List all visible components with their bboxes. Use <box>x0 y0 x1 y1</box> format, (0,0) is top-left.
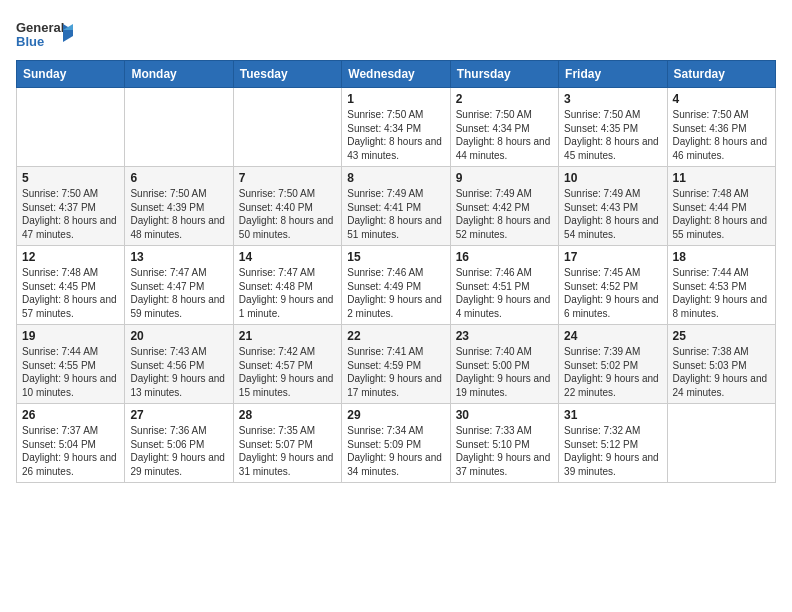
calendar-cell: 16Sunrise: 7:46 AM Sunset: 4:51 PM Dayli… <box>450 246 558 325</box>
day-info: Sunrise: 7:32 AM Sunset: 5:12 PM Dayligh… <box>564 424 661 478</box>
day-number: 5 <box>22 171 119 185</box>
day-number: 8 <box>347 171 444 185</box>
calendar-cell: 23Sunrise: 7:40 AM Sunset: 5:00 PM Dayli… <box>450 325 558 404</box>
logo-svg: General Blue <box>16 16 76 52</box>
day-number: 14 <box>239 250 336 264</box>
calendar-cell: 31Sunrise: 7:32 AM Sunset: 5:12 PM Dayli… <box>559 404 667 483</box>
day-info: Sunrise: 7:50 AM Sunset: 4:37 PM Dayligh… <box>22 187 119 241</box>
day-number: 3 <box>564 92 661 106</box>
day-number: 16 <box>456 250 553 264</box>
day-number: 26 <box>22 408 119 422</box>
day-number: 31 <box>564 408 661 422</box>
day-number: 25 <box>673 329 770 343</box>
day-number: 20 <box>130 329 227 343</box>
weekday-header-sunday: Sunday <box>17 61 125 88</box>
calendar-header-row: SundayMondayTuesdayWednesdayThursdayFrid… <box>17 61 776 88</box>
day-info: Sunrise: 7:46 AM Sunset: 4:51 PM Dayligh… <box>456 266 553 320</box>
calendar-week-row: 19Sunrise: 7:44 AM Sunset: 4:55 PM Dayli… <box>17 325 776 404</box>
weekday-header-wednesday: Wednesday <box>342 61 450 88</box>
day-info: Sunrise: 7:42 AM Sunset: 4:57 PM Dayligh… <box>239 345 336 399</box>
calendar-cell: 14Sunrise: 7:47 AM Sunset: 4:48 PM Dayli… <box>233 246 341 325</box>
calendar-cell: 11Sunrise: 7:48 AM Sunset: 4:44 PM Dayli… <box>667 167 775 246</box>
day-number: 17 <box>564 250 661 264</box>
day-info: Sunrise: 7:39 AM Sunset: 5:02 PM Dayligh… <box>564 345 661 399</box>
calendar-week-row: 26Sunrise: 7:37 AM Sunset: 5:04 PM Dayli… <box>17 404 776 483</box>
calendar-week-row: 1Sunrise: 7:50 AM Sunset: 4:34 PM Daylig… <box>17 88 776 167</box>
day-info: Sunrise: 7:49 AM Sunset: 4:41 PM Dayligh… <box>347 187 444 241</box>
calendar-cell: 21Sunrise: 7:42 AM Sunset: 4:57 PM Dayli… <box>233 325 341 404</box>
day-info: Sunrise: 7:50 AM Sunset: 4:34 PM Dayligh… <box>456 108 553 162</box>
weekday-header-saturday: Saturday <box>667 61 775 88</box>
calendar-cell: 17Sunrise: 7:45 AM Sunset: 4:52 PM Dayli… <box>559 246 667 325</box>
calendar-cell: 13Sunrise: 7:47 AM Sunset: 4:47 PM Dayli… <box>125 246 233 325</box>
day-info: Sunrise: 7:44 AM Sunset: 4:55 PM Dayligh… <box>22 345 119 399</box>
day-info: Sunrise: 7:33 AM Sunset: 5:10 PM Dayligh… <box>456 424 553 478</box>
day-info: Sunrise: 7:50 AM Sunset: 4:39 PM Dayligh… <box>130 187 227 241</box>
day-number: 21 <box>239 329 336 343</box>
day-number: 15 <box>347 250 444 264</box>
day-number: 10 <box>564 171 661 185</box>
day-info: Sunrise: 7:36 AM Sunset: 5:06 PM Dayligh… <box>130 424 227 478</box>
calendar-cell: 6Sunrise: 7:50 AM Sunset: 4:39 PM Daylig… <box>125 167 233 246</box>
calendar-cell <box>667 404 775 483</box>
svg-text:General: General <box>16 20 64 35</box>
day-number: 28 <box>239 408 336 422</box>
day-number: 13 <box>130 250 227 264</box>
day-info: Sunrise: 7:34 AM Sunset: 5:09 PM Dayligh… <box>347 424 444 478</box>
calendar-cell: 27Sunrise: 7:36 AM Sunset: 5:06 PM Dayli… <box>125 404 233 483</box>
day-info: Sunrise: 7:48 AM Sunset: 4:45 PM Dayligh… <box>22 266 119 320</box>
day-number: 18 <box>673 250 770 264</box>
day-number: 9 <box>456 171 553 185</box>
day-number: 6 <box>130 171 227 185</box>
day-info: Sunrise: 7:50 AM Sunset: 4:36 PM Dayligh… <box>673 108 770 162</box>
calendar-cell <box>17 88 125 167</box>
day-number: 2 <box>456 92 553 106</box>
calendar-week-row: 12Sunrise: 7:48 AM Sunset: 4:45 PM Dayli… <box>17 246 776 325</box>
day-number: 30 <box>456 408 553 422</box>
day-number: 23 <box>456 329 553 343</box>
calendar-cell: 4Sunrise: 7:50 AM Sunset: 4:36 PM Daylig… <box>667 88 775 167</box>
calendar-cell <box>125 88 233 167</box>
weekday-header-tuesday: Tuesday <box>233 61 341 88</box>
day-number: 11 <box>673 171 770 185</box>
calendar-cell: 15Sunrise: 7:46 AM Sunset: 4:49 PM Dayli… <box>342 246 450 325</box>
day-info: Sunrise: 7:47 AM Sunset: 4:48 PM Dayligh… <box>239 266 336 320</box>
day-number: 1 <box>347 92 444 106</box>
day-info: Sunrise: 7:50 AM Sunset: 4:35 PM Dayligh… <box>564 108 661 162</box>
calendar-cell: 19Sunrise: 7:44 AM Sunset: 4:55 PM Dayli… <box>17 325 125 404</box>
day-info: Sunrise: 7:50 AM Sunset: 4:40 PM Dayligh… <box>239 187 336 241</box>
day-info: Sunrise: 7:44 AM Sunset: 4:53 PM Dayligh… <box>673 266 770 320</box>
page-header: General Blue <box>16 16 776 52</box>
day-info: Sunrise: 7:50 AM Sunset: 4:34 PM Dayligh… <box>347 108 444 162</box>
calendar-cell: 18Sunrise: 7:44 AM Sunset: 4:53 PM Dayli… <box>667 246 775 325</box>
calendar-cell: 1Sunrise: 7:50 AM Sunset: 4:34 PM Daylig… <box>342 88 450 167</box>
calendar-cell: 3Sunrise: 7:50 AM Sunset: 4:35 PM Daylig… <box>559 88 667 167</box>
calendar-cell: 12Sunrise: 7:48 AM Sunset: 4:45 PM Dayli… <box>17 246 125 325</box>
calendar-cell: 25Sunrise: 7:38 AM Sunset: 5:03 PM Dayli… <box>667 325 775 404</box>
calendar-cell: 26Sunrise: 7:37 AM Sunset: 5:04 PM Dayli… <box>17 404 125 483</box>
svg-text:Blue: Blue <box>16 34 44 49</box>
calendar-cell: 28Sunrise: 7:35 AM Sunset: 5:07 PM Dayli… <box>233 404 341 483</box>
calendar-week-row: 5Sunrise: 7:50 AM Sunset: 4:37 PM Daylig… <box>17 167 776 246</box>
calendar-cell: 20Sunrise: 7:43 AM Sunset: 4:56 PM Dayli… <box>125 325 233 404</box>
day-info: Sunrise: 7:38 AM Sunset: 5:03 PM Dayligh… <box>673 345 770 399</box>
day-info: Sunrise: 7:45 AM Sunset: 4:52 PM Dayligh… <box>564 266 661 320</box>
logo: General Blue <box>16 16 76 52</box>
day-number: 24 <box>564 329 661 343</box>
day-info: Sunrise: 7:46 AM Sunset: 4:49 PM Dayligh… <box>347 266 444 320</box>
calendar-cell <box>233 88 341 167</box>
calendar-cell: 29Sunrise: 7:34 AM Sunset: 5:09 PM Dayli… <box>342 404 450 483</box>
day-info: Sunrise: 7:41 AM Sunset: 4:59 PM Dayligh… <box>347 345 444 399</box>
weekday-header-thursday: Thursday <box>450 61 558 88</box>
day-number: 7 <box>239 171 336 185</box>
day-info: Sunrise: 7:49 AM Sunset: 4:42 PM Dayligh… <box>456 187 553 241</box>
calendar-cell: 2Sunrise: 7:50 AM Sunset: 4:34 PM Daylig… <box>450 88 558 167</box>
day-number: 4 <box>673 92 770 106</box>
weekday-header-monday: Monday <box>125 61 233 88</box>
day-number: 22 <box>347 329 444 343</box>
day-number: 29 <box>347 408 444 422</box>
day-number: 12 <box>22 250 119 264</box>
day-info: Sunrise: 7:48 AM Sunset: 4:44 PM Dayligh… <box>673 187 770 241</box>
calendar-cell: 5Sunrise: 7:50 AM Sunset: 4:37 PM Daylig… <box>17 167 125 246</box>
calendar-cell: 24Sunrise: 7:39 AM Sunset: 5:02 PM Dayli… <box>559 325 667 404</box>
